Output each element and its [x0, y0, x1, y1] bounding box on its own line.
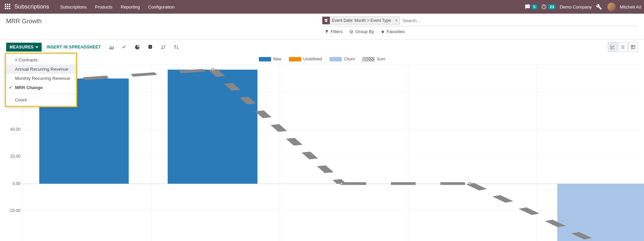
- nav-reporting[interactable]: Reporting: [116, 4, 144, 10]
- svg-line-6: [470, 184, 602, 241]
- chart-plot: 8 6 40.00 20.00 0.00 -20.00: [23, 64, 641, 241]
- favorites-label: Favorites: [387, 29, 405, 34]
- page-title: MRR Growth: [6, 16, 322, 30]
- graph-view-icon[interactable]: [608, 42, 617, 52]
- facet-label: Event Date: Month > Event Type: [330, 18, 393, 23]
- measures-label: MEASURES: [10, 45, 33, 49]
- line-chart-icon[interactable]: [121, 43, 128, 51]
- messaging-count: 5: [532, 4, 537, 9]
- sort-asc-icon[interactable]: [172, 43, 180, 51]
- chart-container: New Undefined Churn Sum 8 6 40.00 20.00 …: [0, 55, 644, 241]
- measure-mrr-change[interactable]: MRR Change: [6, 83, 76, 92]
- filters-button[interactable]: Filters: [325, 29, 342, 34]
- measures-dropdown: # Contracts Annual Recurring Revenue Mon…: [5, 53, 77, 107]
- chart-type-group: [108, 43, 180, 51]
- activities-count: 23: [548, 4, 556, 9]
- svg-rect-2: [631, 45, 635, 49]
- apps-icon[interactable]: [5, 4, 11, 10]
- stacked-icon[interactable]: [146, 43, 154, 51]
- svg-line-4: [213, 70, 341, 184]
- caret-down-icon: [36, 46, 38, 48]
- measure-arr[interactable]: Annual Recurring Revenue: [6, 65, 76, 74]
- bar-chart-icon[interactable]: [108, 43, 115, 51]
- nav-configuration[interactable]: Configuration: [144, 4, 179, 10]
- legend-sum[interactable]: Sum: [362, 57, 385, 61]
- company-switcher[interactable]: Demo Company: [560, 4, 592, 10]
- control-panel: MRR Growth Event Date: Month > Event Typ…: [0, 14, 644, 40]
- groupby-button[interactable]: Group By: [349, 29, 374, 34]
- ytick: 20.00: [10, 154, 20, 159]
- measures-button[interactable]: MEASURES: [6, 43, 42, 52]
- pivot-view-icon[interactable]: [628, 42, 638, 52]
- list-view-icon[interactable]: [618, 42, 628, 52]
- user-name[interactable]: Mitchell Ad: [620, 4, 641, 10]
- search-bar: Event Date: Month > Event Type ×: [322, 16, 638, 26]
- facet-remove-icon[interactable]: ×: [393, 18, 400, 23]
- messaging-icon[interactable]: 5: [525, 4, 537, 10]
- app-title[interactable]: Subscriptions: [14, 3, 49, 10]
- ytick: 0.00: [13, 181, 20, 186]
- search-facet-groupby: Event Date: Month > Event Type ×: [322, 16, 400, 25]
- sort-desc-icon[interactable]: [159, 43, 167, 51]
- nav-products[interactable]: Products: [91, 4, 116, 10]
- dropdown-separator: [6, 94, 76, 94]
- favorites-button[interactable]: Favorites: [381, 29, 405, 34]
- measure-contracts[interactable]: # Contracts: [6, 55, 76, 65]
- legend-new[interactable]: New: [259, 57, 281, 61]
- pie-chart-icon[interactable]: [134, 43, 141, 51]
- groupby-label: Group By: [355, 29, 374, 34]
- debug-tools-icon[interactable]: [596, 4, 602, 10]
- user-avatar[interactable]: [607, 3, 616, 11]
- legend-undefined[interactable]: Undefined: [289, 57, 322, 61]
- activities-icon[interactable]: 23: [541, 4, 556, 10]
- svg-line-3: [84, 70, 213, 79]
- layers-icon: [322, 17, 330, 24]
- nav-subscriptions[interactable]: Subscriptions: [56, 4, 91, 10]
- chart-legend: New Undefined Churn Sum: [3, 55, 641, 64]
- sum-line: [23, 64, 641, 241]
- graph-toolbar: MEASURES INSERT IN SPREADSHEET # Contrac…: [0, 40, 644, 55]
- measure-mrr[interactable]: Monthly Recurring Revenue: [6, 74, 76, 83]
- view-switcher: [608, 42, 638, 52]
- search-input[interactable]: [400, 17, 638, 25]
- measure-count[interactable]: Count: [6, 95, 76, 104]
- ytick: -20.00: [9, 208, 20, 213]
- ytick: 40.00: [10, 127, 20, 132]
- filters-label: Filters: [331, 29, 342, 34]
- top-navbar: Subscriptions Subscriptions Products Rep…: [0, 0, 644, 14]
- insert-spreadsheet-button[interactable]: INSERT IN SPREADSHEET: [46, 45, 101, 49]
- legend-churn[interactable]: Churn: [330, 57, 355, 61]
